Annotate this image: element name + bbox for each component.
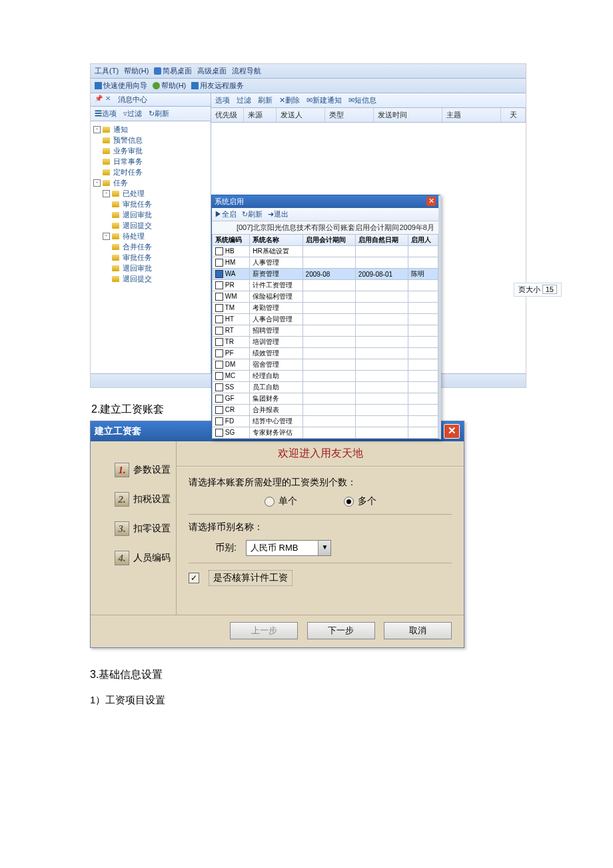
menu-help-2[interactable]: 帮助(H) <box>153 81 186 91</box>
table-row[interactable]: CR合并报表 <box>213 405 438 416</box>
menu-help[interactable]: 帮助(H) <box>124 66 149 76</box>
row-checkbox[interactable] <box>215 281 223 289</box>
row-checkbox[interactable] <box>215 395 223 403</box>
menu-simple-desktop[interactable]: 简易桌面 <box>154 66 192 76</box>
tb-new-notice[interactable]: ✉新建通知 <box>306 95 342 105</box>
piecework-checkbox[interactable] <box>189 573 199 583</box>
remote-service[interactable]: 用友远程服务 <box>191 81 244 91</box>
tree-item[interactable]: 退回提交 <box>112 220 209 231</box>
tree-item[interactable]: 审批任务 <box>112 252 209 263</box>
tree-item[interactable]: 审批任务 <box>112 199 209 209</box>
row-checkbox[interactable] <box>215 429 223 437</box>
table-row[interactable]: HBHR基础设置 <box>213 246 438 257</box>
row-checkbox[interactable] <box>215 293 223 301</box>
dialog-close-icon[interactable]: ✕ <box>426 197 436 206</box>
pin-icon[interactable]: 📌 <box>95 95 103 105</box>
next-button[interactable]: 下一步 <box>307 622 375 639</box>
quick-guide[interactable]: 快速使用向导 <box>95 81 147 91</box>
tb-refresh[interactable]: ↻刷新 <box>149 109 169 119</box>
question-2: 请选择币别名称： <box>189 521 452 533</box>
row-checkbox[interactable] <box>215 406 223 414</box>
tb-options2[interactable]: 选项 <box>215 95 230 105</box>
th-name[interactable]: 系统名称 <box>250 235 303 246</box>
row-checkbox[interactable] <box>215 417 223 425</box>
tb-options[interactable]: ☰选项 <box>95 109 117 119</box>
table-row[interactable]: WM保险福利管理 <box>213 291 438 303</box>
tree-item[interactable]: -任务 <box>93 177 209 188</box>
menu-tools[interactable]: 工具(T) <box>95 66 119 76</box>
col-sender[interactable]: 发送人 <box>277 108 325 122</box>
table-row[interactable]: SG专家财务评估 <box>213 427 438 439</box>
table-row[interactable]: RT招聘管理 <box>213 325 438 337</box>
col-days[interactable]: 天 <box>501 108 526 122</box>
table-row[interactable]: FD结算中心管理 <box>213 416 438 427</box>
row-checkbox[interactable] <box>215 247 223 255</box>
table-row[interactable]: TM考勤管理 <box>213 303 438 314</box>
table-row[interactable]: PF绩效管理 <box>213 348 438 359</box>
row-checkbox[interactable] <box>215 327 223 335</box>
dlg-refresh[interactable]: ↻刷新 <box>242 209 263 219</box>
step-2[interactable]: 2.扣税设置 <box>115 492 176 507</box>
tree-item[interactable]: -已处理 <box>103 188 209 199</box>
row-checkbox[interactable] <box>215 304 223 312</box>
table-row[interactable]: TR培训管理 <box>213 337 438 348</box>
step-1[interactable]: 1.参数设置 <box>115 463 176 477</box>
tree-item[interactable]: 退回审批 <box>112 209 209 220</box>
step-3[interactable]: 3.扣零设置 <box>115 521 176 536</box>
tree-item[interactable]: 定时任务 <box>103 167 209 177</box>
row-checkbox[interactable] <box>215 338 223 346</box>
row-checkbox[interactable] <box>215 372 223 380</box>
th-user[interactable]: 启用人 <box>408 235 438 246</box>
cancel-button[interactable]: 取消 <box>384 622 452 639</box>
tree-item[interactable]: 预警信息 <box>103 135 209 145</box>
row-checkbox[interactable] <box>215 259 223 267</box>
chevron-down-icon[interactable]: ▼ <box>318 541 330 555</box>
row-checkbox[interactable] <box>215 270 223 278</box>
radio-multiple[interactable] <box>344 497 354 507</box>
row-checkbox[interactable] <box>215 315 223 323</box>
table-row[interactable]: WA薪资管理2009-082009-08-01陈明 <box>213 269 438 280</box>
col-priority[interactable]: 优先级 <box>211 108 244 122</box>
th-period[interactable]: 启用会计期间 <box>303 235 355 246</box>
tb-refresh2[interactable]: 刷新 <box>258 95 273 105</box>
wizard-steps: 1.参数设置 2.扣税设置 3.扣零设置 4.人员编码 <box>91 441 176 615</box>
currency-select[interactable]: 人民币 RMB ▼ <box>246 540 332 556</box>
col-source[interactable]: 来源 <box>244 108 277 122</box>
table-row[interactable]: SS员工自助 <box>213 382 438 393</box>
dlg-exit[interactable]: ➜退出 <box>268 209 289 219</box>
th-date[interactable]: 启用自然日期 <box>355 235 408 246</box>
tree-item[interactable]: 业务审批 <box>103 145 209 156</box>
col-sendtime[interactable]: 发送时间 <box>374 108 442 122</box>
col-type[interactable]: 类型 <box>325 108 374 122</box>
close-icon[interactable]: ✕ <box>105 95 111 105</box>
tree-item[interactable]: 合并任务 <box>112 241 209 252</box>
wizard-close-icon[interactable]: ✕ <box>444 424 460 439</box>
table-row[interactable]: MC经理自助 <box>213 371 438 382</box>
radio-single[interactable] <box>265 497 275 507</box>
tb-delete[interactable]: ✕删除 <box>279 95 300 105</box>
list-body: 页大小 15 系统启用 ✕ ▶全启 ↻刷新 ➜退出 [007]北 <box>211 123 526 373</box>
dlg-allstart[interactable]: ▶全启 <box>215 209 237 219</box>
tree-item[interactable]: -通知 <box>93 124 209 135</box>
step-4[interactable]: 4.人员编码 <box>115 551 176 565</box>
tb-sms[interactable]: ✉短信息 <box>348 95 376 105</box>
tree-item[interactable]: -待处理 <box>103 231 209 241</box>
menu-flow-nav[interactable]: 流程导航 <box>232 66 261 76</box>
tree-item[interactable]: 日常事务 <box>103 156 209 167</box>
table-row[interactable]: PR计件工资管理 <box>213 280 438 291</box>
row-checkbox[interactable] <box>215 361 223 369</box>
tb-filter2[interactable]: 过滤 <box>237 95 251 105</box>
col-subject[interactable]: 主题 <box>442 108 501 122</box>
menu-advanced-desktop[interactable]: 高级桌面 <box>197 66 227 76</box>
table-row[interactable]: DM宿舍管理 <box>213 359 438 371</box>
row-checkbox[interactable] <box>215 383 223 391</box>
page-size-value[interactable]: 15 <box>542 285 557 294</box>
table-row[interactable]: HM人事管理 <box>213 257 438 269</box>
table-row[interactable]: GF集团财务 <box>213 393 438 405</box>
th-code[interactable]: 系统编码 <box>213 235 250 246</box>
tb-filter[interactable]: ▿过滤 <box>123 109 142 119</box>
tree-item[interactable]: 退回提交 <box>112 273 209 284</box>
tree-item[interactable]: 退回审批 <box>112 263 209 273</box>
table-row[interactable]: HT人事合同管理 <box>213 314 438 325</box>
row-checkbox[interactable] <box>215 349 223 357</box>
